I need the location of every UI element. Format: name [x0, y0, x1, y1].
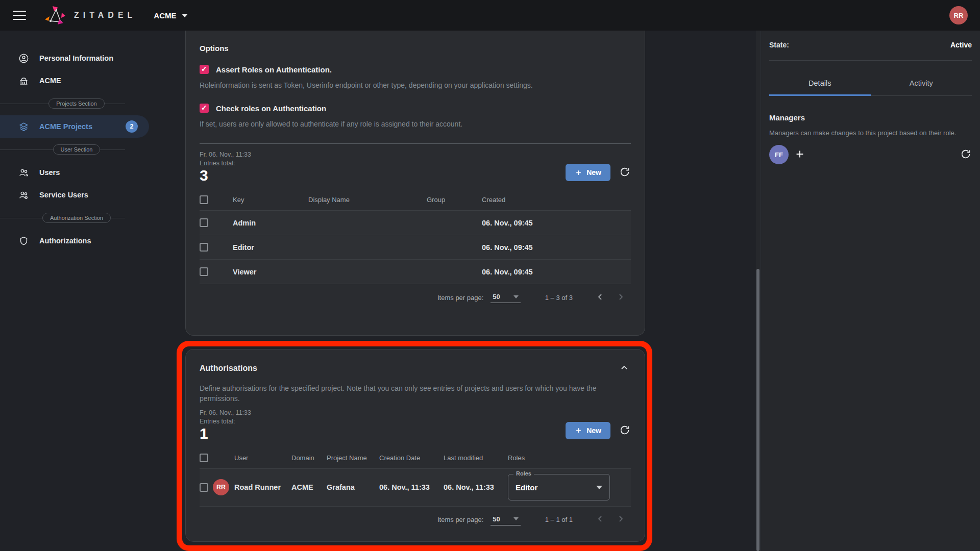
page-size-select[interactable]: 50: [491, 292, 520, 303]
user-avatar[interactable]: RR: [949, 6, 968, 24]
add-manager-button[interactable]: [793, 147, 807, 162]
chevron-right-icon: [616, 514, 626, 524]
sidebar-item-service-users[interactable]: Service Users: [0, 184, 153, 206]
auth-modified: 06. Nov., 11:33: [444, 483, 508, 491]
assert-roles-checkbox[interactable]: [200, 65, 209, 74]
scrollbar-thumb[interactable]: [756, 269, 760, 551]
role-created: 06. Nov., 09:45: [482, 243, 631, 252]
divider: [200, 143, 631, 144]
chevron-right-icon: [616, 292, 626, 302]
items-per-page-label: Items per page:: [437, 294, 483, 302]
role-created: 06. Nov., 09:45: [482, 219, 631, 227]
roles-entries-total: 3: [200, 168, 251, 183]
select-all-checkbox[interactable]: [200, 195, 208, 204]
managers-refresh-button[interactable]: [960, 148, 972, 161]
page-range: 1 – 1 of 1: [545, 516, 573, 523]
right-panel: State: Active Details Activity Managers …: [761, 31, 980, 551]
sidebar-item-label: ACME: [39, 77, 61, 85]
new-authorisation-button[interactable]: New: [566, 422, 610, 439]
sidebar-item-personal-information[interactable]: Personal Information: [0, 47, 153, 69]
project-roles-card: Options Assert Roles on Authentication. …: [185, 31, 645, 336]
projects-count-badge: 2: [126, 120, 138, 133]
refresh-icon: [960, 148, 971, 160]
new-role-button[interactable]: New: [566, 164, 610, 181]
column-header-key: Key: [233, 196, 308, 204]
row-checkbox[interactable]: [200, 218, 208, 227]
roles-paginator: Items per page: 50 1 – 3 of 3: [200, 284, 631, 311]
roles-select[interactable]: Roles Editor: [508, 474, 610, 500]
chevron-down-icon: [513, 295, 519, 298]
authorisations-table-header: User Domain Project Name Creation Date L…: [200, 447, 631, 469]
table-row[interactable]: RR Road Runner ACME Grafana 06. Nov., 11…: [200, 469, 631, 507]
refresh-icon: [619, 424, 630, 436]
org-switcher[interactable]: ACME: [154, 11, 187, 20]
hamburger-menu-icon[interactable]: [13, 11, 26, 20]
roles-timestamp: Fr. 06. Nov., 11:33: [200, 151, 251, 158]
chevron-up-icon: [619, 363, 629, 373]
next-page-button[interactable]: [610, 513, 631, 527]
role-created: 06. Nov., 09:45: [482, 268, 631, 276]
authorisations-card: Authorisations Define authorisations for…: [185, 349, 645, 542]
app-root: ZITADEL ACME RR Personal Information ACM…: [0, 0, 980, 551]
sidebar-item-acme-projects[interactable]: ACME Projects 2: [0, 115, 149, 138]
select-all-checkbox[interactable]: [200, 454, 208, 462]
chevron-left-icon: [595, 292, 605, 302]
user-avatar: RR: [213, 479, 229, 495]
sidebar-item-label: Service Users: [39, 191, 88, 199]
table-row[interactable]: Viewer 06. Nov., 09:45: [200, 260, 631, 284]
column-header-user: User: [234, 454, 291, 462]
org-name: ACME: [154, 11, 176, 20]
authorisations-title: Authorisations: [200, 364, 257, 373]
tab-details[interactable]: Details: [769, 74, 871, 96]
person-circle-icon: [18, 53, 29, 64]
plus-icon: [575, 169, 582, 177]
sidebar-item-users[interactable]: Users: [0, 161, 153, 184]
org-chevron-down-icon: [182, 14, 188, 17]
auth-entries-label: Entries total:: [200, 418, 251, 425]
role-key: Viewer: [233, 268, 308, 276]
sidebar-item-label: Users: [39, 168, 60, 177]
roles-select-value: Editor: [516, 483, 537, 492]
sidebar-item-org[interactable]: ACME: [0, 69, 153, 92]
prev-page-button[interactable]: [590, 290, 610, 305]
state-label: State:: [769, 41, 789, 49]
section-divider-user: User Section: [0, 143, 153, 156]
role-key: Editor: [233, 243, 308, 252]
topbar: ZITADEL ACME RR: [0, 0, 980, 31]
manager-avatar[interactable]: FF: [769, 145, 789, 164]
plus-icon: [575, 427, 582, 434]
sidebar-item-label: Authorizations: [39, 237, 91, 245]
scrollbar-track: [756, 31, 760, 551]
auth-domain: ACME: [291, 483, 327, 491]
roles-table-header: Key Display Name Group Created: [200, 189, 631, 211]
state-badge: Active: [950, 41, 972, 49]
sidebar: Personal Information ACME Projects Secti…: [0, 31, 153, 551]
page-size-select[interactable]: 50: [491, 514, 520, 525]
layers-icon: [18, 121, 29, 132]
sidebar-item-label: ACME Projects: [39, 122, 92, 131]
row-checkbox[interactable]: [200, 483, 208, 492]
prev-page-button[interactable]: [590, 513, 610, 527]
row-checkbox[interactable]: [200, 267, 208, 276]
tab-activity[interactable]: Activity: [871, 74, 972, 95]
authorisations-description: Define authorisations for the specified …: [200, 383, 608, 404]
auth-refresh-button[interactable]: [619, 424, 631, 437]
check-roles-checkbox[interactable]: [200, 104, 209, 113]
sidebar-item-authorizations[interactable]: Authorizations: [0, 230, 153, 252]
assert-roles-label: Assert Roles on Authentication.: [216, 65, 332, 74]
plus-icon: [794, 148, 805, 160]
roles-entries-label: Entries total:: [200, 160, 251, 167]
next-page-button[interactable]: [610, 290, 631, 305]
column-header-roles: Roles: [508, 454, 631, 462]
auth-user: Road Runner: [234, 483, 291, 491]
roles-refresh-button[interactable]: [619, 166, 631, 179]
collapse-section-button[interactable]: [618, 362, 631, 375]
table-row[interactable]: Editor 06. Nov., 09:45: [200, 235, 631, 260]
zitadel-logo-icon: [42, 5, 69, 26]
column-header-display-name: Display Name: [308, 196, 427, 204]
chevron-down-icon: [513, 517, 519, 520]
row-checkbox[interactable]: [200, 243, 208, 252]
table-row[interactable]: Admin 06. Nov., 09:45: [200, 211, 631, 235]
service-users-icon: [18, 190, 29, 201]
column-header-domain: Domain: [291, 454, 327, 462]
